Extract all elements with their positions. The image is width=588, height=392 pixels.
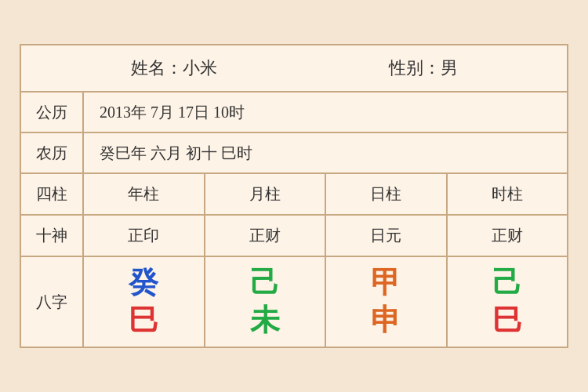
col-yuezhu: 月柱 xyxy=(205,174,327,214)
col-shizhu: 时柱 xyxy=(448,174,568,214)
bazi-bottom-2: 申 xyxy=(371,304,401,337)
shishen-col-2: 日元 xyxy=(326,216,448,256)
bazi-col-0: 癸 巳 xyxy=(84,257,205,347)
header-row: 姓名：小米 性别：男 xyxy=(21,45,567,93)
lunar-value: 癸巳年 六月 初十 巳时 xyxy=(84,135,567,172)
bazi-col-1: 己 未 xyxy=(205,257,327,347)
sizhu-cols: 年柱 月柱 日柱 时柱 xyxy=(84,174,567,214)
bazi-bottom-3: 巳 xyxy=(492,304,522,337)
lunar-label: 农历 xyxy=(21,133,84,172)
col-rizhu: 日柱 xyxy=(326,174,448,214)
bazi-top-0: 癸 xyxy=(129,267,158,299)
gender-label: 性别：男 xyxy=(389,56,458,80)
solar-label: 公历 xyxy=(21,93,84,132)
bazi-col-2: 甲 申 xyxy=(326,257,448,347)
shishen-row: 十神 正印 正财 日元 正财 xyxy=(21,216,567,257)
bazi-top-3: 己 xyxy=(492,267,522,299)
bazi-top-1: 己 xyxy=(250,267,280,299)
shishen-col-1: 正财 xyxy=(205,216,327,256)
sizhu-row: 四柱 年柱 月柱 日柱 时柱 xyxy=(21,174,567,216)
bazi-row: 八字 癸 巳 己 未 甲 申 己 巳 xyxy=(21,257,567,347)
shishen-cols: 正印 正财 日元 正财 xyxy=(84,216,567,256)
bazi-label: 八字 xyxy=(21,257,84,347)
lunar-row: 农历 癸巳年 六月 初十 巳时 xyxy=(21,133,567,174)
bazi-col-3: 己 巳 xyxy=(448,257,568,347)
bazi-bottom-0: 巳 xyxy=(129,304,158,337)
bazi-cols: 癸 巳 己 未 甲 申 己 巳 xyxy=(84,257,567,347)
shishen-col-3: 正财 xyxy=(448,216,568,256)
shishen-label: 十神 xyxy=(21,216,84,256)
solar-row: 公历 2013年 7月 17日 10时 xyxy=(21,93,567,133)
name-label: 姓名：小米 xyxy=(131,56,217,80)
bazi-top-2: 甲 xyxy=(371,267,401,299)
solar-value: 2013年 7月 17日 10时 xyxy=(84,94,567,131)
bazi-bottom-1: 未 xyxy=(250,304,280,337)
main-container: 姓名：小米 性别：男 公历 2013年 7月 17日 10时 农历 癸巳年 六月… xyxy=(20,44,568,348)
col-nianzhu: 年柱 xyxy=(84,174,205,214)
sizhu-label: 四柱 xyxy=(21,174,84,214)
shishen-col-0: 正印 xyxy=(84,216,205,256)
